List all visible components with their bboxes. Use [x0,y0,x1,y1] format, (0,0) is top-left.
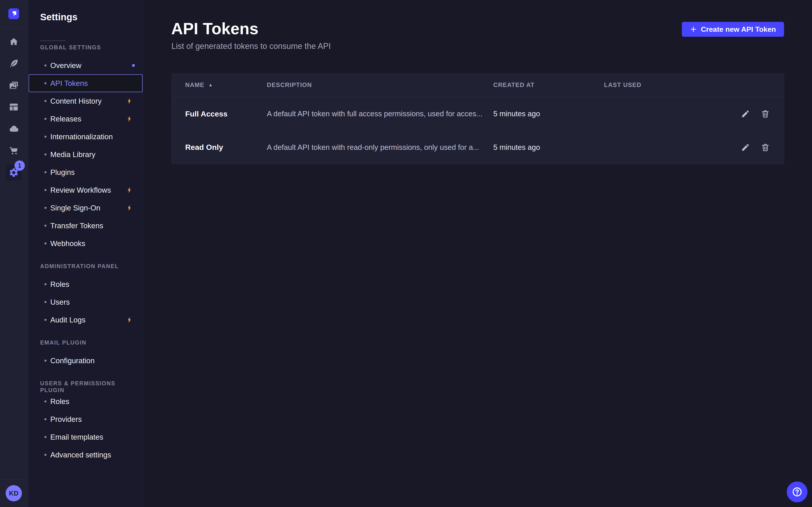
images-icon[interactable] [2,77,25,94]
avatar[interactable]: KD [6,485,22,501]
question-circle-icon [791,486,803,498]
pencil-icon [741,109,750,118]
api-tokens-table: NAME ▲ DESCRIPTION CREATED AT LAST USED … [171,73,784,164]
strapi-logo-glyph [8,8,19,19]
page-subtitle: List of generated tokens to consume the … [171,42,331,51]
bullet-icon [44,100,46,102]
subnav-item-email-configuration[interactable]: Configuration [28,352,143,370]
subnav-item-admin-roles[interactable]: Roles [28,275,143,293]
subnav-item-webhooks[interactable]: Webhooks [28,235,143,252]
settings-subnav: Settings GLOBAL SETTINGS Overview API To… [28,0,143,507]
section-label-users-permissions-plugin: USERS & PERMISSIONS PLUGIN [40,380,137,387]
bullet-icon [44,225,46,227]
bullet-icon [44,436,46,438]
subnav-item-api-tokens[interactable]: API Tokens [29,74,143,92]
subnav-item-admin-users[interactable]: Users [28,293,143,311]
bullet-icon [44,171,46,173]
bullet-icon [44,418,46,420]
edit-token-button[interactable] [741,109,750,119]
subnav-item-plugins[interactable]: Plugins [28,163,143,181]
table-header-row: NAME ▲ DESCRIPTION CREATED AT LAST USED [171,73,784,97]
subnav-item-up-roles[interactable]: Roles [28,393,143,410]
token-description: A default API token with full access per… [267,110,493,118]
main-content: API Tokens List of generated tokens to c… [143,0,812,507]
bullet-icon [44,301,46,303]
plus-icon [690,26,697,33]
subnav-item-transfer-tokens[interactable]: Transfer Tokens [28,217,143,235]
subnav-item-providers[interactable]: Providers [28,410,143,428]
column-header-created-at: CREATED AT [493,81,604,89]
rail-divider-bottom [0,480,28,480]
bullet-icon [44,454,46,456]
layout-icon[interactable] [2,99,25,115]
subnav-item-audit-logs[interactable]: Audit Logs [28,311,143,329]
strapi-admin-app: 1 KD Settings GLOBAL SETTINGS Overview A… [0,0,812,507]
section-label-email-plugin: EMAIL PLUGIN [40,339,137,346]
subnav-item-advanced-settings[interactable]: Advanced settings [28,446,143,464]
sort-asc-icon: ▲ [208,82,213,88]
bullet-icon [44,136,46,138]
notification-dot [132,64,135,67]
subnav-item-single-sign-on[interactable]: Single Sign-On [28,199,143,217]
bullet-icon [44,360,46,362]
lightning-icon [126,316,133,323]
delete-token-button[interactable] [760,143,770,152]
trash-icon [761,143,770,152]
subnav-item-media-library[interactable]: Media Library [28,146,143,163]
bullet-icon [44,207,46,209]
bullet-icon [44,64,46,66]
token-created-at: 5 minutes ago [493,143,604,152]
table-row[interactable]: Full Access A default API token with ful… [171,97,784,130]
lightning-icon [126,205,133,211]
create-api-token-button[interactable]: Create new API Token [682,22,784,37]
cart-icon[interactable] [2,143,25,159]
bullet-icon [44,82,46,84]
token-description: A default API token with read-only permi… [267,143,493,152]
subnav-title: Settings [40,12,143,22]
home-icon[interactable] [2,34,25,50]
bullet-icon [44,154,46,156]
lightning-icon [126,98,133,105]
subnav-item-review-workflows[interactable]: Review Workflows [28,181,143,199]
trash-icon [761,109,770,118]
subnav-item-internationalization[interactable]: Internationalization [28,128,143,146]
page-title: API Tokens [171,19,258,38]
token-created-at: 5 minutes ago [493,110,604,118]
help-button[interactable] [787,482,808,502]
section-label-administration-panel: ADMINISTRATION PANEL [40,263,137,270]
settings-notification-badge: 1 [14,160,25,171]
bullet-icon [44,400,46,402]
main-nav-rail: 1 KD [0,0,28,507]
lightning-icon [126,115,133,122]
subnav-item-email-templates[interactable]: Email templates [28,428,143,446]
bullet-icon [44,118,46,120]
bullet-icon [44,242,46,244]
subnav-item-releases[interactable]: Releases [28,110,143,128]
column-header-description: DESCRIPTION [267,81,493,89]
bullet-icon [44,283,46,285]
lightning-icon [126,186,133,193]
cloud-icon[interactable] [2,121,25,137]
pencil-icon [741,143,750,152]
rail-divider-top [0,27,28,28]
feather-icon[interactable] [2,55,25,72]
bullet-icon [44,319,46,321]
column-header-name[interactable]: NAME ▲ [185,81,267,89]
subnav-item-overview[interactable]: Overview [28,57,143,74]
section-label-global-settings: GLOBAL SETTINGS [40,44,137,51]
token-name: Read Only [185,143,267,152]
token-name: Full Access [185,110,267,118]
subnav-item-content-history[interactable]: Content History [28,92,143,110]
delete-token-button[interactable] [760,109,770,119]
strapi-logo[interactable] [8,8,19,19]
bullet-icon [44,189,46,191]
column-header-last-used: LAST USED [604,81,723,89]
edit-token-button[interactable] [741,143,750,152]
table-row[interactable]: Read Only A default API token with read-… [171,130,784,164]
